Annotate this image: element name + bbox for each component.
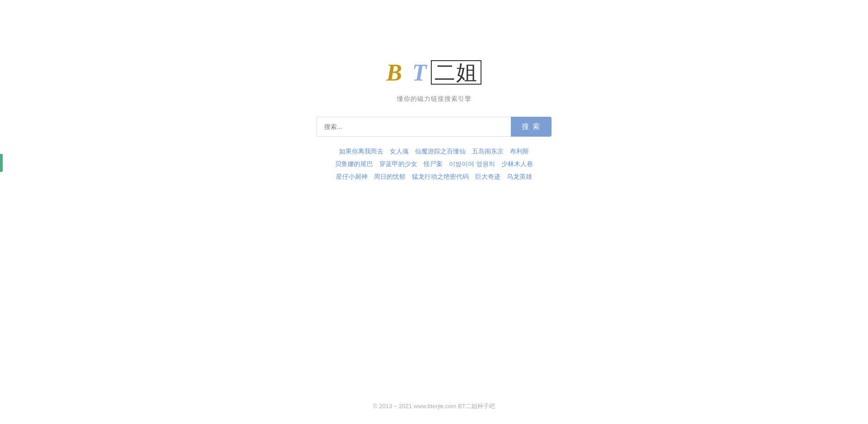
logo-jie-char: 姐 <box>456 61 478 84</box>
hot-links-row-2: 贝鲁娜的尾巴 穿蓝甲的少女 怪尸案 이밤이여 영원히 少林木人巷 <box>335 160 533 168</box>
logo-t-letter: T <box>412 60 429 86</box>
search-input[interactable] <box>316 117 511 137</box>
subtitle: 懂你的磁力链接搜索引擎 <box>397 95 472 103</box>
hot-link-item[interactable]: 贝鲁娜的尾巴 <box>335 160 373 168</box>
hot-link-item[interactable]: 少林木人巷 <box>501 160 533 168</box>
hot-links-row-1: 如果你离我而去 女人魂 仙魔游踪之百懂仙 五岛闹东京 布利斯 <box>339 148 529 156</box>
logo-bt: B T <box>387 59 429 86</box>
hot-links: 如果你离我而去 女人魂 仙魔游踪之百懂仙 五岛闹东京 布利斯 贝鲁娜的尾巴 穿蓝… <box>335 148 533 181</box>
search-button[interactable]: 搜 索 <box>511 117 552 137</box>
hot-link-item[interactable]: 怪尸案 <box>424 160 443 168</box>
logo-er-char: 二 <box>434 61 456 84</box>
hot-links-row-3: 星仔小厨神 周日的忧郁 猛龙行动之绝密代码 巨大奇迹 乌龙英雄 <box>336 173 532 181</box>
footer-text: © 2013 ~ 2021 www.bterjie.com BT二姐种子吧 <box>373 403 495 410</box>
main-content: B T 二姐 懂你的磁力链接搜索引擎 搜 索 如果你离我而去 女人魂 仙魔游踪之… <box>0 59 868 181</box>
hot-link-item[interactable]: 仙魔游踪之百懂仙 <box>415 148 466 156</box>
left-indicator <box>0 154 3 172</box>
hot-link-item[interactable]: 猛龙行动之绝密代码 <box>412 173 469 181</box>
search-container: 搜 索 <box>316 117 552 137</box>
logo-chinese: 二姐 <box>431 60 481 85</box>
hot-link-item[interactable]: 이밤이여 영원히 <box>449 160 495 168</box>
logo-container: B T 二姐 <box>387 59 482 86</box>
footer: © 2013 ~ 2021 www.bterjie.com BT二姐种子吧 <box>0 402 868 410</box>
hot-link-item[interactable]: 布利斯 <box>510 148 529 156</box>
hot-link-item[interactable]: 周日的忧郁 <box>374 173 406 181</box>
hot-link-item[interactable]: 乌龙英雄 <box>507 173 532 181</box>
hot-link-item[interactable]: 巨大奇迹 <box>475 173 500 181</box>
hot-link-item[interactable]: 女人魂 <box>390 148 409 156</box>
hot-link-item[interactable]: 五岛闹东京 <box>472 148 504 156</box>
hot-link-item[interactable]: 星仔小厨神 <box>336 173 368 181</box>
hot-link-item[interactable]: 穿蓝甲的少女 <box>379 160 417 168</box>
hot-link-item[interactable]: 如果你离我而去 <box>339 148 383 156</box>
logo-b-letter: B <box>387 60 404 86</box>
